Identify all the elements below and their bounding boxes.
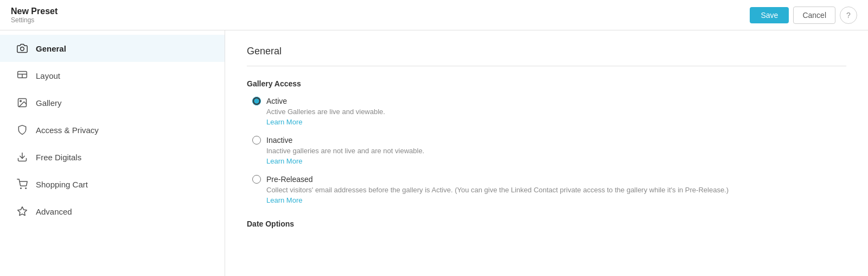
layout-icon — [16, 70, 28, 81]
radio-inactive[interactable] — [252, 136, 261, 145]
radio-label-row-active: Active — [252, 97, 846, 105]
save-button[interactable]: Save — [750, 7, 789, 23]
radio-label-row-pre-released: Pre-Released — [252, 175, 846, 184]
radio-active-learn-more[interactable]: Learn More — [252, 118, 846, 126]
radio-option-active: Active Active Galleries are live and vie… — [247, 97, 846, 126]
radio-pre-released[interactable] — [252, 175, 261, 184]
svg-point-5 — [20, 101, 22, 102]
sidebar-item-gallery[interactable]: Gallery — [0, 89, 225, 116]
sidebar-item-advanced[interactable]: Advanced — [0, 198, 225, 225]
sidebar-item-access-privacy[interactable]: Access & Privacy — [0, 116, 225, 143]
sidebar-item-advanced-label: Advanced — [36, 207, 72, 216]
sidebar-item-shopping-cart[interactable]: Shopping Cart — [0, 171, 225, 198]
top-bar-left: New Preset Settings — [11, 7, 58, 24]
svg-point-7 — [21, 188, 22, 189]
sidebar-item-shopping-cart-label: Shopping Cart — [36, 180, 88, 189]
top-bar-actions: Save Cancel ? — [750, 7, 857, 24]
main-panel: General Gallery Access Active Active Gal… — [225, 30, 868, 276]
page-title: New Preset — [11, 7, 58, 16]
sidebar-item-access-privacy-label: Access & Privacy — [36, 126, 99, 135]
radio-inactive-learn-more[interactable]: Learn More — [252, 157, 846, 165]
sidebar-item-general-label: General — [36, 44, 66, 53]
top-bar: New Preset Settings Save Cancel ? — [0, 0, 868, 30]
svg-point-0 — [21, 47, 24, 51]
sidebar-item-layout-label: Layout — [36, 71, 60, 80]
camera-icon — [16, 42, 28, 54]
gallery-access-options: Active Active Galleries are live and vie… — [247, 97, 846, 204]
cart-icon — [16, 178, 28, 190]
gallery-icon — [16, 97, 28, 109]
date-options-title: Date Options — [247, 219, 846, 228]
gallery-access-title: Gallery Access — [247, 79, 846, 88]
radio-active-label: Active — [266, 97, 287, 105]
svg-marker-9 — [18, 207, 27, 216]
radio-inactive-label: Inactive — [266, 136, 292, 145]
radio-option-inactive: Inactive Inactive galleries are not live… — [247, 136, 846, 165]
help-button[interactable]: ? — [840, 7, 857, 24]
sidebar-item-gallery-label: Gallery — [36, 98, 62, 108]
section-divider — [247, 66, 846, 66]
radio-pre-released-learn-more[interactable]: Learn More — [252, 196, 846, 204]
radio-label-row-inactive: Inactive — [252, 136, 846, 145]
cancel-button[interactable]: Cancel — [793, 7, 835, 24]
sidebar: General Layout — [0, 30, 225, 276]
sidebar-item-free-digitals-label: Free Digitals — [36, 153, 81, 162]
radio-option-pre-released: Pre-Released Collect visitors' email add… — [247, 175, 846, 204]
radio-inactive-desc: Inactive galleries are not live and are … — [252, 147, 846, 155]
sidebar-item-free-digitals[interactable]: Free Digitals — [0, 143, 225, 171]
content-area: General Layout — [0, 30, 868, 276]
sidebar-item-layout[interactable]: Layout — [0, 62, 225, 89]
sidebar-item-general[interactable]: General — [0, 35, 225, 62]
radio-pre-released-label: Pre-Released — [266, 175, 313, 184]
page-subtitle: Settings — [11, 16, 58, 24]
advanced-icon — [16, 205, 28, 217]
radio-active-desc: Active Galleries are live and viewable. — [252, 108, 846, 116]
svg-point-8 — [25, 188, 27, 189]
shield-icon — [16, 124, 28, 136]
app-container: New Preset Settings Save Cancel ? Genera… — [0, 0, 868, 276]
radio-pre-released-desc: Collect visitors' email addresses before… — [252, 186, 846, 194]
download-icon — [16, 151, 28, 163]
section-title: General — [247, 46, 846, 57]
radio-active[interactable] — [252, 97, 261, 105]
